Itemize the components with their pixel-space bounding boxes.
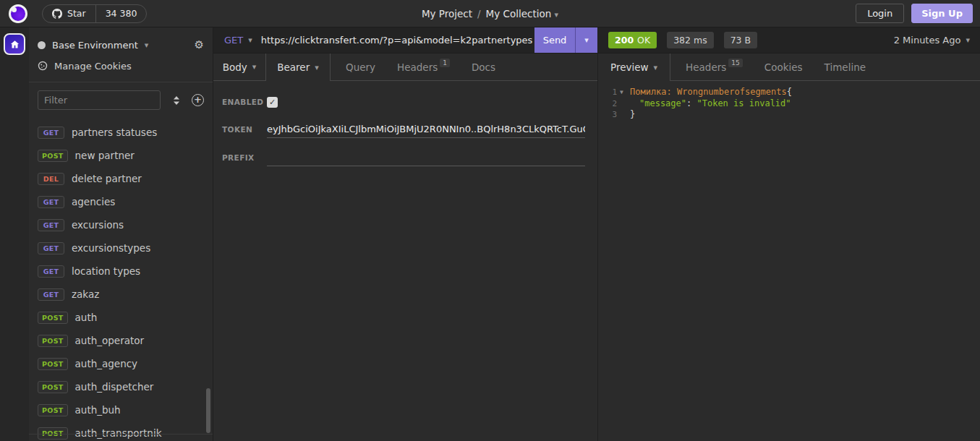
request-list: GET partners statuses POST new partner D… (29, 118, 213, 441)
enabled-checkbox[interactable]: ✓ (267, 97, 278, 108)
method-badge: POST (38, 312, 68, 324)
prefix-label: PREFIX (222, 153, 267, 162)
request-list-item[interactable]: GET location types (29, 260, 213, 283)
request-name: auth (75, 312, 98, 323)
environment-label: Base Environment (52, 40, 138, 51)
manage-cookies-label: Manage Cookies (54, 61, 132, 72)
history-caret-icon: ▾ (966, 36, 970, 44)
github-star-count[interactable]: 34 380 (95, 5, 147, 22)
response-headers-count-badge: 15 (728, 59, 742, 67)
tab-docs[interactable]: Docs (461, 53, 506, 80)
request-list-item[interactable]: GET agencies (29, 190, 213, 213)
breadcrumb-project[interactable]: My Project (422, 8, 472, 20)
breadcrumb-collection[interactable]: My Collection (486, 8, 552, 20)
tab-auth-bearer[interactable]: Bearer ▾ (266, 53, 331, 81)
cookie-icon (38, 61, 48, 71)
home-button[interactable] (4, 33, 25, 55)
preview-caret-icon: ▾ (654, 64, 658, 72)
environment-section: Base Environment ▾ ⚙ Manage Cookies (29, 27, 213, 82)
request-list-item[interactable]: POST auth_dispetcher (29, 375, 213, 398)
fold-caret-icon[interactable]: ▼ (617, 87, 626, 98)
app-logo-icon[interactable] (9, 4, 27, 23)
json-key: "message" (639, 98, 686, 108)
topbar: Star 34 380 My Project/My Collection ▾ L… (0, 0, 980, 27)
breadcrumb-separator: / (477, 8, 481, 20)
manage-cookies-button[interactable]: Manage Cookies (38, 56, 204, 75)
request-tabs-rest: Query Headers 1 Docs (331, 53, 597, 81)
response-history-dropdown[interactable]: 2 Minutes Ago ▾ (894, 35, 970, 46)
prefix-input[interactable] (267, 149, 585, 166)
line-number: 2 (598, 98, 617, 110)
token-row: TOKEN (222, 121, 585, 138)
method-badge: POST (38, 427, 68, 440)
tab-headers[interactable]: Headers 1 (386, 53, 461, 80)
line-number: 1 (598, 87, 617, 98)
bearer-auth-form: ENABLED ✓ TOKEN PREFIX (213, 81, 597, 177)
body-caret-icon: ▾ (252, 63, 257, 71)
method-caret-icon: ▾ (248, 36, 252, 44)
response-time-badge: 382 ms (667, 32, 714, 48)
request-panel: GET ▾ https://clicktransfert.com/?p=api&… (213, 27, 598, 441)
request-name: auth_dispetcher (75, 381, 154, 393)
method-badge: GET (38, 196, 64, 208)
environment-color-icon (38, 41, 46, 49)
request-list-item[interactable]: POST auth_agency (29, 352, 213, 375)
login-button[interactable]: Login (856, 4, 904, 23)
url-bar: GET ▾ https://clicktransfert.com/?p=api&… (213, 27, 597, 53)
request-list-item[interactable]: POST auth_buh (29, 398, 213, 421)
left-rail (0, 27, 29, 441)
breadcrumb-caret-icon[interactable]: ▾ (555, 10, 559, 20)
tab-body[interactable]: Body ▾ (213, 53, 266, 81)
request-list-item[interactable]: POST auth_operator (29, 329, 213, 352)
request-list-item[interactable]: DEL delete partner (29, 167, 213, 190)
request-list-item[interactable]: GET zakaz (29, 283, 213, 306)
tab-timeline[interactable]: Timeline (814, 53, 877, 80)
request-name: auth_agency (75, 358, 138, 369)
tab-query[interactable]: Query (335, 53, 386, 80)
github-star-button[interactable]: Star (43, 5, 95, 22)
enabled-row: ENABLED ✓ (222, 94, 585, 110)
request-name: auth_operator (75, 335, 145, 346)
prefix-row: PREFIX (222, 149, 585, 166)
method-badge: GET (38, 242, 64, 254)
main-layout: Base Environment ▾ ⚙ Manage Cookies (0, 27, 980, 441)
request-list-item[interactable]: POST auth_transportnik (29, 421, 213, 441)
tab-cookies[interactable]: Cookies (754, 53, 814, 80)
method-badge: GET (38, 265, 64, 278)
token-input[interactable] (267, 121, 585, 138)
code-line-1: 1 ▼ Помилка: Wrongnumberofsegments{ (598, 87, 980, 98)
gear-icon[interactable]: ⚙ (195, 38, 204, 51)
response-size-badge: 73 B (724, 32, 757, 48)
sort-icon[interactable] (172, 95, 181, 106)
signup-button[interactable]: Sign Up (911, 4, 973, 23)
code-line-2: 2 "message": "Token is invalid" (598, 98, 980, 110)
request-list-item[interactable]: GET excursionstypes (29, 236, 213, 260)
environment-selector[interactable]: Base Environment ▾ ⚙ (38, 35, 204, 55)
send-button[interactable]: Send (534, 27, 575, 53)
request-list-item[interactable]: POST new partner (29, 144, 213, 167)
status-badge: 200OK (608, 32, 657, 48)
response-body-viewer[interactable]: 1 ▼ Помилка: Wrongnumberofsegments{ 2 "m… (598, 81, 980, 441)
add-request-button[interactable]: + (192, 94, 204, 106)
method-badge: GET (38, 219, 64, 231)
method-dropdown[interactable]: GET ▾ (213, 27, 261, 53)
filter-input[interactable] (38, 90, 161, 110)
request-name: new partner (75, 150, 135, 161)
request-list-item[interactable]: POST auth (29, 306, 213, 329)
request-name: delete partner (72, 173, 142, 184)
url-input[interactable]: https://clicktransfert.com/?p=api&model=… (261, 27, 534, 53)
method-badge: GET (38, 127, 64, 139)
request-list-item[interactable]: GET partners statuses (29, 121, 213, 144)
send-options-caret-icon[interactable]: ▾ (575, 27, 597, 53)
sidebar: Base Environment ▾ ⚙ Manage Cookies (29, 27, 213, 441)
tab-preview[interactable]: Preview ▾ (598, 53, 670, 81)
request-name: auth_transportnik (75, 427, 162, 439)
breadcrumb: My Project/My Collection ▾ (0, 8, 980, 20)
request-name: excursions (72, 219, 124, 231)
request-list-item[interactable]: GET excursions (29, 213, 213, 236)
sidebar-scrollbar[interactable] (206, 388, 210, 433)
request-name: agencies (72, 196, 115, 207)
request-name: location types (72, 265, 140, 277)
json-string-value: "Token is invalid" (696, 98, 791, 108)
tab-response-headers[interactable]: Headers 15 (675, 53, 754, 80)
